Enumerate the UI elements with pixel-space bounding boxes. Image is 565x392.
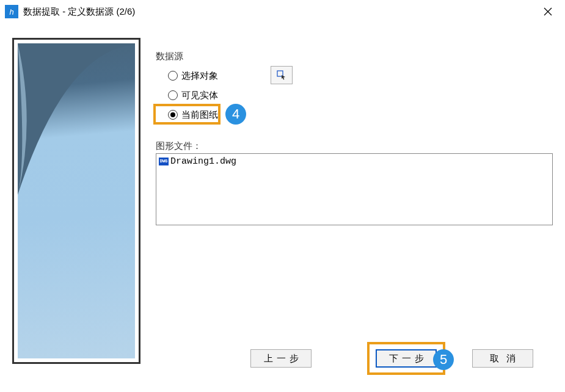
button-label: 上一步 — [264, 353, 302, 365]
next-button[interactable]: 下一步 — [376, 349, 437, 368]
cancel-button[interactable]: 取消 — [472, 349, 533, 368]
radio-current-drawing[interactable]: 当前图纸 — [168, 105, 553, 125]
list-item[interactable]: DWG Drawing1.dwg — [159, 155, 550, 167]
radio-label: 当前图纸 — [181, 109, 218, 121]
drawing-files-list[interactable]: DWG Drawing1.dwg — [156, 153, 553, 225]
drawing-files-label: 图形文件： — [156, 140, 553, 152]
radio-icon-selected — [168, 110, 178, 120]
preview-pane — [12, 38, 140, 364]
window-title: 数据提取 - 定义数据源 (2/6) — [23, 6, 135, 18]
data-source-label: 数据源 — [156, 51, 553, 62]
radio-icon — [168, 90, 178, 100]
button-label: 取消 — [490, 353, 523, 365]
button-label: 下一步 — [389, 353, 428, 365]
prev-button[interactable]: 上一步 — [250, 349, 312, 368]
radio-icon — [168, 71, 178, 81]
app-icon: h — [5, 5, 18, 18]
radio-select-objects[interactable]: 选择对象 — [168, 66, 553, 85]
radio-visible-entities[interactable]: 可见实体 — [168, 85, 553, 105]
file-name: Drawing1.dwg — [170, 156, 236, 167]
preview-image — [18, 43, 135, 358]
radio-label: 选择对象 — [181, 70, 218, 82]
close-icon[interactable] — [536, 2, 560, 21]
radio-label: 可见实体 — [181, 90, 218, 101]
select-objects-button[interactable] — [271, 66, 293, 84]
dwg-file-icon: DWG — [159, 158, 169, 165]
title-bar: h 数据提取 - 定义数据源 (2/6) — [0, 0, 565, 23]
